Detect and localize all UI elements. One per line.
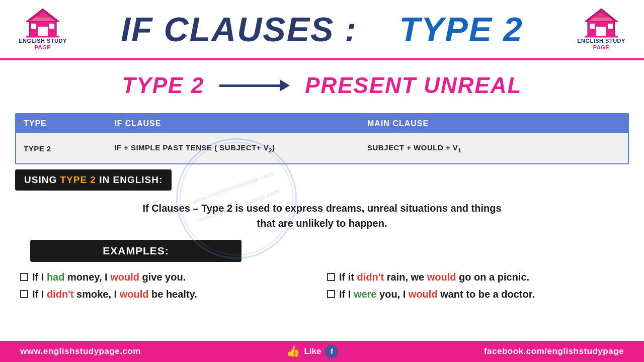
example-item-1: If I had money, I would give you. (20, 269, 317, 285)
svg-rect-11 (596, 27, 606, 37)
checkbox-3 (327, 273, 335, 281)
type2-section: TYPE 2 PRESENT UNREAL (0, 60, 644, 108)
logo-right: ENGLISH STUDY PAGE (569, 8, 634, 51)
example-1-text: If I had money, I would give you. (32, 269, 186, 285)
svg-rect-5 (49, 24, 54, 29)
main-content: www.englishstudypage.com www.englishstud… (0, 113, 644, 304)
main-title: IF CLAUSES : TYPE 2 (75, 12, 569, 46)
description-content: If Clauses – Type 2 is used to express d… (142, 203, 501, 229)
table-cell-main-clause: SUBJECT + WOULD + V1 (367, 143, 620, 153)
table-header-if-clause: IF CLAUSE (114, 119, 367, 128)
footer-facebook: facebook.com/englishstudypage (484, 346, 624, 356)
using-badge: USING TYPE 2 IN ENGLISH: (15, 169, 172, 191)
logo-right-text: ENGLISH STUDY PAGE (577, 38, 625, 51)
examples-section-header: EXAMPLES: (15, 237, 629, 264)
checkbox-2 (20, 290, 28, 298)
grammar-table: TYPE IF CLAUSE MAIN CLAUSE TYPE 2 IF + S… (15, 113, 629, 164)
table-row: TYPE 2 IF + SIMPLE PAST TENSE ( SUBJECT+… (16, 133, 628, 163)
logo-left-house-icon (25, 8, 60, 38)
title-if-clauses: IF CLAUSES : (121, 10, 357, 48)
table-header-type: TYPE (24, 119, 114, 128)
using-prefix: USING (24, 174, 60, 185)
examples-list: If I had money, I would give you. If it … (0, 267, 644, 304)
svg-rect-13 (608, 24, 613, 29)
using-suffix: IN ENGLISH: (99, 174, 163, 185)
description-text: If Clauses – Type 2 is used to express d… (0, 195, 644, 235)
svg-rect-12 (590, 24, 595, 29)
svg-rect-3 (38, 27, 48, 37)
svg-rect-4 (31, 24, 36, 29)
header: ENGLISH STUDY PAGE IF CLAUSES : TYPE 2 E… (0, 0, 644, 60)
table-header: TYPE IF CLAUSE MAIN CLAUSE (16, 114, 628, 133)
thumbs-up-icon: 👍 (286, 345, 300, 358)
logo-left: ENGLISH STUDY PAGE (10, 8, 75, 51)
like-text: Like (304, 346, 321, 356)
checkbox-1 (20, 273, 28, 281)
facebook-icon: f (325, 345, 338, 358)
footer: www.englishstudypage.com 👍 Like f facebo… (0, 341, 644, 362)
using-type2: TYPE 2 (60, 174, 96, 185)
title-type2: TYPE 2 (399, 10, 523, 48)
example-item-2: If I didn't smoke, I would be healty. (20, 287, 317, 302)
example-item-3: If it didn't rain, we would go on a picn… (327, 269, 624, 285)
table-cell-if-clause: IF + SIMPLE PAST TENSE ( SUBJECT+ V2) (114, 143, 367, 153)
logo-right-house-icon (584, 8, 619, 38)
examples-badge: EXAMPLES: (30, 240, 242, 262)
present-unreal-text: PRESENT UNREAL (305, 73, 522, 98)
checkbox-4 (327, 290, 335, 298)
example-item-4: If I were you, I would want to be a doct… (327, 287, 624, 302)
example-3-text: If it didn't rain, we would go on a picn… (339, 269, 529, 285)
type2-text: TYPE 2 (122, 73, 205, 98)
table-cell-type: TYPE 2 (24, 144, 114, 153)
arrow-icon (219, 79, 290, 92)
using-section: USING TYPE 2 IN ENGLISH: (15, 169, 629, 191)
example-2-text: If I didn't smoke, I would be healty. (32, 287, 197, 302)
example-4-text: If I were you, I would want to be a doct… (339, 287, 535, 302)
footer-like-section: 👍 Like f (286, 345, 338, 358)
footer-website: www.englishstudypage.com (20, 346, 141, 356)
logo-left-text: ENGLISH STUDY PAGE (19, 38, 67, 51)
table-header-main-clause: MAIN CLAUSE (367, 119, 620, 128)
type2-label: TYPE 2 PRESENT UNREAL (122, 73, 522, 98)
